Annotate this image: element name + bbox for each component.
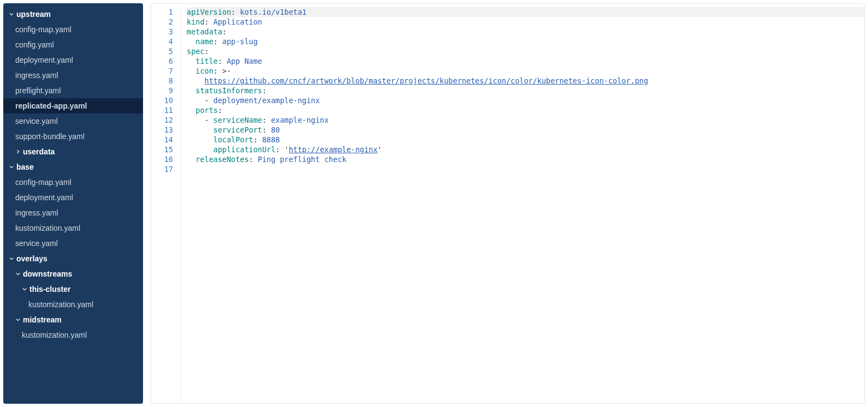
tree-item-label: config-map.yaml xyxy=(15,178,72,187)
code-line[interactable]: https://github.com/cncf/artwork/blob/mas… xyxy=(187,76,864,86)
file-tree-sidebar: upstreamconfig-map.yamlconfig.yamldeploy… xyxy=(3,3,143,404)
line-number: 3 xyxy=(151,27,173,37)
tree-item-label: kustomization.yaml xyxy=(22,331,87,339)
code-line[interactable]: localPort: 8888 xyxy=(187,135,864,145)
line-number: 4 xyxy=(151,37,173,46)
code-content[interactable]: apiVersion: kots.io/v1beta1kind: Applica… xyxy=(181,4,864,403)
code-line[interactable]: name: app-slug xyxy=(187,37,864,46)
token-punc: : xyxy=(218,57,227,65)
code-line[interactable] xyxy=(187,164,864,174)
line-number: 12 xyxy=(151,115,173,125)
token-punc: : xyxy=(249,155,258,164)
token-punc: : xyxy=(218,106,222,115)
line-number: 16 xyxy=(151,154,173,164)
token-key: apiVersion xyxy=(187,8,231,16)
tree-item-label: ingress.yaml xyxy=(15,71,58,80)
tree-item-label: downstreams xyxy=(23,270,72,278)
token-str: ' xyxy=(284,145,289,154)
code-line[interactable]: - deployment/example-nginx xyxy=(187,95,864,105)
file-kustomization-cluster[interactable]: kustomization.yaml xyxy=(3,297,143,312)
token-num: 80 xyxy=(271,125,280,134)
tree-item-label: preflight.yaml xyxy=(15,86,61,95)
code-line[interactable]: apiVersion: kots.io/v1beta1 xyxy=(187,7,864,17)
code-line[interactable]: statusInformers: xyxy=(187,86,864,95)
token-str: ' xyxy=(378,145,382,154)
chevron-down-icon xyxy=(15,271,21,277)
line-number: 5 xyxy=(151,46,173,56)
token-url: http://example-nginx xyxy=(289,145,378,154)
code-editor[interactable]: 1234567891011121314151617 apiVersion: ko… xyxy=(151,3,865,404)
code-line[interactable]: kind: Application xyxy=(187,17,864,27)
tree-item-label: support-bundle.yaml xyxy=(15,132,85,141)
token-punc: : xyxy=(205,17,213,26)
line-number: 2 xyxy=(151,17,173,27)
line-number: 6 xyxy=(151,56,173,66)
token-str: >- xyxy=(222,67,231,75)
token-key: servicePort xyxy=(213,125,262,134)
token-key: applicationUrl xyxy=(213,145,276,154)
token-key: metadata xyxy=(187,27,222,36)
chevron-down-icon xyxy=(9,11,14,17)
file-deployment-upstream[interactable]: deployment.yaml xyxy=(3,52,143,68)
token-punc: : xyxy=(222,27,227,36)
token-val: example-nginx xyxy=(271,116,329,124)
folder-upstream[interactable]: upstream xyxy=(3,7,143,22)
token-val: deployment/example-nginx xyxy=(213,96,320,105)
token-key: ports xyxy=(195,106,218,115)
line-number: 7 xyxy=(151,66,173,76)
file-ingress-upstream[interactable]: ingress.yaml xyxy=(3,68,143,83)
file-replicated-app[interactable]: replicated-app.yaml xyxy=(3,98,143,113)
tree-item-label: userdata xyxy=(23,147,55,156)
tree-item-label: service.yaml xyxy=(15,117,58,125)
file-deployment-base[interactable]: deployment.yaml xyxy=(3,190,143,205)
tree-item-label: ingress.yaml xyxy=(15,208,58,217)
code-line[interactable]: spec: xyxy=(187,46,864,56)
code-line[interactable]: metadata: xyxy=(187,27,864,37)
file-service-base[interactable]: service.yaml xyxy=(3,236,143,251)
file-ingress-base[interactable]: ingress.yaml xyxy=(3,205,143,220)
code-line[interactable]: servicePort: 80 xyxy=(187,125,864,135)
code-line[interactable]: title: App Name xyxy=(187,56,864,66)
file-config[interactable]: config.yaml xyxy=(3,37,143,52)
token-key: icon xyxy=(195,67,213,75)
token-key: title xyxy=(195,57,218,65)
file-service-upstream[interactable]: service.yaml xyxy=(3,113,143,129)
token-val: App Name xyxy=(227,57,262,65)
code-line[interactable]: icon: >- xyxy=(187,66,864,76)
code-line[interactable]: - serviceName: example-nginx xyxy=(187,115,864,125)
folder-downstreams[interactable]: downstreams xyxy=(3,266,143,282)
token-key: kind xyxy=(187,17,205,26)
file-support-bundle[interactable]: support-bundle.yaml xyxy=(3,129,143,144)
file-kustomization-base[interactable]: kustomization.yaml xyxy=(3,220,143,236)
token-url: https://github.com/cncf/artwork/blob/mas… xyxy=(205,76,649,85)
tree-item-label: deployment.yaml xyxy=(15,193,73,202)
token-punc: : xyxy=(231,8,240,16)
folder-overlays[interactable]: overlays xyxy=(3,251,143,266)
token-punc: : xyxy=(262,86,266,95)
line-number: 13 xyxy=(151,125,173,135)
tree-item-label: kustomization.yaml xyxy=(15,224,80,232)
token-val: kots.io/v1beta1 xyxy=(240,8,307,16)
file-config-map[interactable]: config-map.yaml xyxy=(3,22,143,37)
tree-item-label: this-cluster xyxy=(29,285,70,294)
chevron-down-icon xyxy=(9,256,14,261)
folder-base[interactable]: base xyxy=(3,159,143,175)
folder-userdata[interactable]: userdata xyxy=(3,144,143,159)
chevron-down-icon xyxy=(15,317,21,322)
file-kustomization-midstream[interactable]: kustomization.yaml xyxy=(3,327,143,343)
token-key: name xyxy=(195,37,213,46)
tree-item-label: midstream xyxy=(23,315,62,324)
line-number-gutter: 1234567891011121314151617 xyxy=(151,4,181,403)
code-line[interactable]: ports: xyxy=(187,105,864,115)
folder-midstream[interactable]: midstream xyxy=(3,312,143,327)
file-config-map-base[interactable]: config-map.yaml xyxy=(3,175,143,190)
code-line[interactable]: applicationUrl: 'http://example-nginx' xyxy=(187,145,864,154)
file-preflight[interactable]: preflight.yaml xyxy=(3,83,143,98)
chevron-right-icon xyxy=(15,149,21,154)
folder-this-cluster[interactable]: this-cluster xyxy=(3,282,143,297)
token-punc: - xyxy=(205,116,213,124)
chevron-down-icon xyxy=(9,164,14,170)
tree-item-label: deployment.yaml xyxy=(15,56,73,64)
code-line[interactable]: releaseNotes: Ping preflight check xyxy=(187,154,864,164)
tree-item-label: config-map.yaml xyxy=(15,25,72,34)
